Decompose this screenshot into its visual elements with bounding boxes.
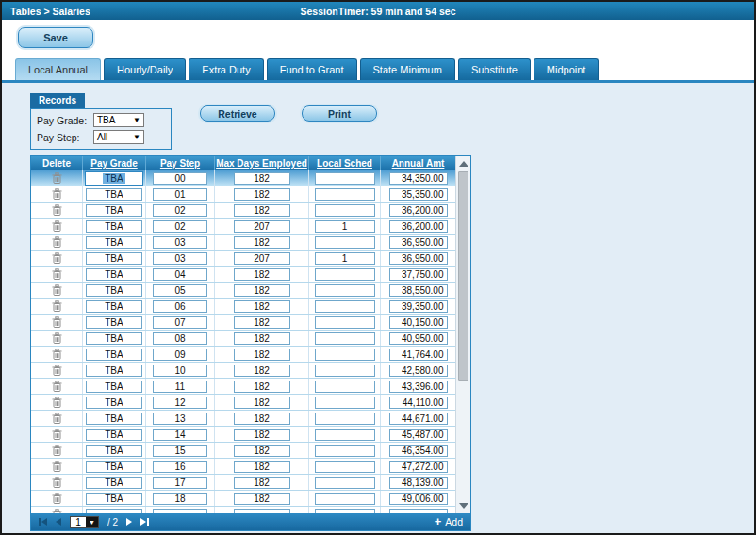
trash-icon[interactable] [52, 236, 62, 249]
annual-amt-input[interactable]: 38,550.00 [389, 284, 448, 297]
pay-grade-input[interactable]: TBA [86, 220, 142, 233]
tab-local-annual[interactable]: Local Annual [15, 58, 101, 80]
pay-grade-input[interactable]: TBA [86, 365, 142, 377]
table-row[interactable]: TBA 03 182 36,950.00 [31, 235, 455, 251]
column-header[interactable]: Delete [31, 156, 83, 170]
first-page-button[interactable] [39, 518, 47, 526]
max-days-employed-input[interactable]: 182 [234, 349, 290, 361]
local-sched-input[interactable] [315, 349, 375, 361]
max-days-employed-input[interactable]: 182 [234, 429, 290, 441]
pay-grade-input[interactable]: TBA [86, 284, 142, 297]
local-sched-input[interactable] [315, 236, 375, 249]
table-row[interactable]: TBA 16 182 47,272.00 [31, 459, 455, 475]
tab-midpoint[interactable]: Midpoint [534, 58, 600, 80]
trash-icon[interactable] [52, 188, 62, 201]
annual-amt-input[interactable]: 49,006.00 [389, 493, 448, 505]
pay-grade-input[interactable]: TBA [86, 349, 142, 361]
annual-amt-input[interactable]: 42,580.00 [389, 365, 448, 377]
trash-icon[interactable] [52, 365, 62, 377]
trash-icon[interactable] [52, 493, 62, 505]
max-days-employed-input[interactable]: 182 [234, 188, 290, 201]
pay-grade-input[interactable]: TBA [86, 316, 142, 329]
pay-step-input[interactable]: 17 [153, 477, 207, 489]
local-sched-input[interactable]: 1 [315, 220, 375, 233]
trash-icon[interactable] [52, 445, 62, 457]
pay-step-input[interactable]: 06 [153, 300, 207, 313]
pay-grade-input[interactable]: TBA [86, 236, 142, 249]
trash-icon[interactable] [52, 413, 62, 425]
max-days-employed-input[interactable]: 182 [234, 236, 290, 249]
column-header[interactable]: Annual Amt [381, 156, 455, 170]
pay-grade-input[interactable]: TBA [86, 300, 142, 313]
trash-icon[interactable] [52, 397, 62, 409]
local-sched-input[interactable] [315, 429, 375, 441]
trash-icon[interactable] [52, 284, 62, 297]
pay-step-input[interactable]: 00 [153, 172, 207, 185]
table-row[interactable]: TBA 02 207 1 36,200.00 [31, 219, 455, 235]
pay-step-input[interactable]: 14 [153, 429, 207, 441]
local-sched-input[interactable] [315, 284, 375, 297]
table-row[interactable]: TBA 01 182 35,350.00 [31, 186, 455, 203]
trash-icon[interactable] [52, 332, 62, 345]
local-sched-input[interactable] [315, 204, 375, 217]
annual-amt-input[interactable]: 46,354.00 [389, 445, 448, 457]
annual-amt-input[interactable]: 39,350.00 [389, 300, 448, 313]
column-header[interactable]: Local Sched [309, 156, 381, 170]
annual-amt-input[interactable]: 40,150.00 [389, 316, 448, 329]
tab-fund-to-grant[interactable]: Fund to Grant [267, 58, 357, 80]
pay-grade-input[interactable]: TBA [86, 413, 142, 425]
table-row[interactable]: TBA 03 207 1 36,950.00 [31, 251, 455, 267]
table-row[interactable]: TBA 15 182 46,354.00 [31, 443, 455, 459]
max-days-employed-input[interactable]: 182 [234, 461, 290, 473]
pay-step-input[interactable]: 15 [153, 445, 207, 457]
add-row-button[interactable]: + Add [435, 516, 463, 527]
table-row[interactable]: TBA 12 182 44,110.00 [31, 395, 455, 411]
pay-step-input[interactable]: 03 [153, 252, 207, 265]
local-sched-input[interactable] [315, 268, 375, 281]
max-days-employed-input[interactable]: 182 [234, 332, 290, 345]
trash-icon[interactable] [52, 381, 62, 393]
local-sched-input[interactable] [315, 316, 375, 329]
local-sched-input[interactable] [315, 332, 375, 345]
pay-step-input[interactable]: 16 [153, 461, 207, 473]
scrollbar-thumb[interactable] [458, 171, 468, 381]
trash-icon[interactable] [52, 349, 62, 361]
table-row[interactable]: TBA 06 182 39,350.00 [31, 299, 455, 315]
local-sched-input[interactable] [315, 172, 375, 185]
local-sched-input[interactable] [315, 397, 375, 409]
scroll-down-icon[interactable] [459, 503, 468, 509]
annual-amt-input[interactable]: 34,350.00 [389, 172, 448, 185]
pay-step-input[interactable]: 18 [153, 493, 207, 505]
table-row[interactable]: TBA 05 182 38,550.00 [31, 283, 455, 299]
pay-grade-input[interactable]: TBA [86, 461, 142, 473]
pay-step-input[interactable]: 02 [153, 220, 207, 233]
local-sched-input[interactable] [315, 461, 375, 473]
annual-amt-input[interactable]: 48,139.00 [389, 477, 448, 489]
max-days-employed-input[interactable]: 182 [234, 172, 290, 185]
annual-amt-input[interactable]: 44,671.00 [389, 413, 448, 425]
pay-grade-select[interactable]: TBA ▼ [93, 113, 144, 127]
max-days-employed-input[interactable]: 182 [234, 445, 290, 457]
vertical-scrollbar[interactable] [455, 156, 470, 513]
local-sched-input[interactable] [315, 188, 375, 201]
table-row[interactable]: TBA 04 182 37,750.00 [31, 267, 455, 283]
trash-icon[interactable] [52, 300, 62, 313]
annual-amt-input[interactable]: 47,272.00 [389, 461, 448, 473]
max-days-employed-input[interactable]: 182 [234, 284, 290, 297]
table-row[interactable]: TBA 07 182 40,150.00 [31, 315, 455, 331]
local-sched-input[interactable]: 1 [315, 252, 375, 265]
max-days-employed-input[interactable]: 182 [234, 493, 290, 505]
tab-substitute[interactable]: Substitute [458, 58, 531, 80]
pay-grade-input[interactable]: TBA [86, 332, 142, 345]
pay-step-select[interactable]: All ▼ [93, 130, 144, 144]
pay-step-input[interactable]: 08 [153, 332, 207, 345]
pay-step-input[interactable]: 02 [153, 204, 207, 217]
retrieve-button[interactable]: Retrieve [200, 105, 275, 122]
max-days-employed-input[interactable]: 182 [234, 477, 290, 489]
local-sched-input[interactable] [315, 381, 375, 393]
max-days-employed-input[interactable]: 207 [234, 252, 290, 265]
pay-step-input[interactable]: 09 [153, 349, 207, 361]
local-sched-input[interactable] [315, 413, 375, 425]
local-sched-input[interactable] [315, 477, 375, 489]
pay-step-input[interactable]: 01 [153, 188, 207, 201]
